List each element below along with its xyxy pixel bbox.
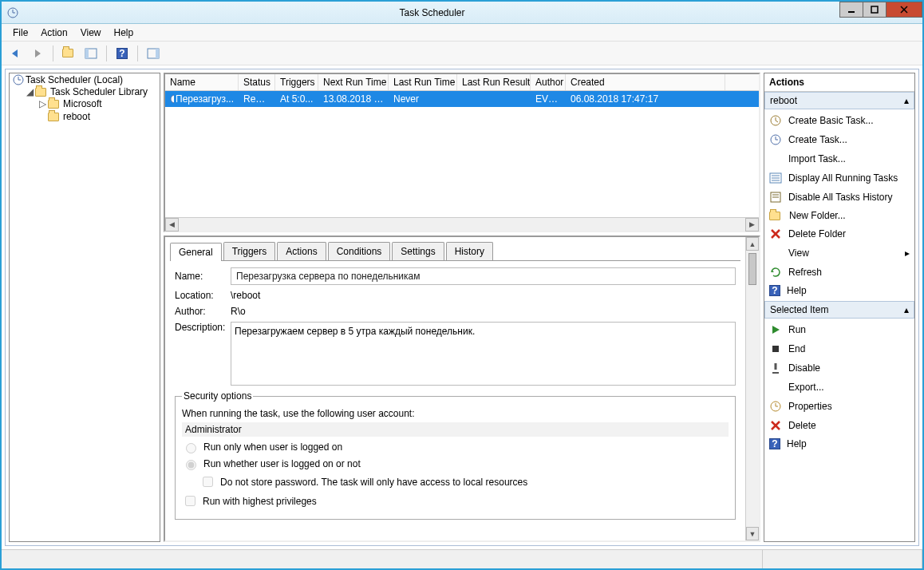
horizontal-scrollbar[interactable]: ◀ ▶ bbox=[165, 217, 759, 231]
tab-conditions[interactable]: Conditions bbox=[328, 242, 391, 260]
col-author[interactable]: Author bbox=[531, 74, 566, 90]
disable-icon bbox=[769, 362, 782, 374]
actions-context-list: Create Basic Task... Create Task... Impo… bbox=[764, 109, 914, 301]
tree-reboot[interactable]: reboot bbox=[38, 111, 160, 122]
action-label: Help bbox=[787, 438, 807, 449]
task-list-body[interactable]: Перезагруз... Ready At 5:0... 13.08.2018… bbox=[165, 91, 759, 217]
vertical-scrollbar[interactable]: ▲ ▼ bbox=[745, 237, 759, 540]
col-status[interactable]: Status bbox=[239, 74, 275, 90]
clock-icon bbox=[170, 94, 174, 104]
menu-view[interactable]: View bbox=[74, 25, 108, 41]
col-triggers[interactable]: Triggers bbox=[275, 74, 318, 90]
tree-library-label: Task Scheduler Library bbox=[50, 86, 148, 97]
action-run[interactable]: Run bbox=[764, 320, 914, 339]
chevron-right-icon: ▸ bbox=[905, 247, 910, 259]
status-bar bbox=[2, 549, 922, 568]
scroll-down-button[interactable]: ▼ bbox=[746, 527, 759, 540]
actions-context-header[interactable]: reboot ▴ bbox=[764, 92, 914, 109]
titlebar: Task Scheduler bbox=[2, 2, 922, 24]
menu-help[interactable]: Help bbox=[108, 25, 140, 41]
action-import-task[interactable]: Import Task... bbox=[764, 149, 914, 168]
refresh-icon bbox=[769, 266, 782, 279]
tab-triggers[interactable]: Triggers bbox=[223, 242, 276, 260]
tree-microsoft[interactable]: ▷ Microsoft bbox=[38, 98, 160, 109]
label-author: Author: bbox=[175, 306, 231, 317]
close-button[interactable] bbox=[886, 2, 922, 18]
toggle-console-button[interactable] bbox=[82, 45, 100, 62]
scroll-thumb[interactable] bbox=[748, 253, 756, 285]
action-create-task[interactable]: Create Task... bbox=[764, 130, 914, 149]
security-account: Administrator bbox=[182, 422, 729, 437]
toolbar-separator bbox=[53, 46, 53, 61]
checkbox-highest-privileges[interactable] bbox=[185, 496, 195, 506]
maximize-button[interactable] bbox=[863, 2, 886, 18]
scroll-right-button[interactable]: ▶ bbox=[745, 218, 759, 232]
action-display-running[interactable]: Display All Running Tasks bbox=[764, 168, 914, 188]
checkbox-do-not-store[interactable] bbox=[203, 477, 213, 487]
tree-reboot-label: reboot bbox=[63, 111, 90, 122]
actions-context-label: reboot bbox=[770, 95, 797, 106]
tree-root[interactable]: Task Scheduler (Local) bbox=[13, 74, 160, 85]
scroll-left-button[interactable]: ◀ bbox=[165, 218, 179, 232]
action-disable-history[interactable]: Disable All Tasks History bbox=[764, 188, 914, 207]
blank-icon bbox=[769, 381, 782, 394]
navigation-tree[interactable]: Task Scheduler (Local) ◢ Task Scheduler … bbox=[9, 73, 160, 542]
actions-selected-list: Run End Disable Export... Properties Del… bbox=[764, 319, 914, 454]
action-label: Create Task... bbox=[788, 134, 847, 145]
folder-icon bbox=[35, 88, 46, 97]
action-refresh[interactable]: Refresh bbox=[764, 263, 914, 282]
folder-icon bbox=[769, 212, 780, 220]
col-name[interactable]: Name bbox=[165, 74, 239, 90]
action-new-folder[interactable]: New Folder... bbox=[764, 207, 914, 224]
task-row[interactable]: Перезагруз... Ready At 5:0... 13.08.2018… bbox=[165, 91, 759, 107]
col-next-run[interactable]: Next Run Time bbox=[318, 74, 389, 90]
action-help-selected[interactable]: ?Help bbox=[764, 435, 914, 453]
radio-run-whether[interactable] bbox=[186, 460, 196, 470]
menu-file[interactable]: File bbox=[6, 25, 34, 41]
expand-icon[interactable]: ▷ bbox=[38, 98, 46, 109]
action-properties[interactable]: Properties bbox=[764, 397, 914, 416]
radio-run-only-logged[interactable] bbox=[186, 443, 196, 453]
help-toolbar-button[interactable]: ? bbox=[113, 45, 131, 62]
action-delete-folder[interactable]: Delete Folder bbox=[764, 224, 914, 243]
action-delete[interactable]: Delete bbox=[764, 416, 914, 435]
label-run-whether: Run whether user is logged on or not bbox=[203, 458, 361, 469]
action-view[interactable]: View▸ bbox=[764, 243, 914, 263]
label-description: Description: bbox=[175, 322, 231, 333]
svg-rect-10 bbox=[156, 49, 159, 58]
main-content: Task Scheduler (Local) ◢ Task Scheduler … bbox=[5, 69, 919, 546]
forward-button[interactable] bbox=[29, 45, 46, 62]
label-location: Location: bbox=[175, 290, 231, 301]
col-last-run[interactable]: Last Run Time bbox=[389, 74, 457, 90]
blank-icon bbox=[769, 152, 782, 165]
field-name[interactable]: Перезагрузка сервера по понедельникам bbox=[231, 267, 736, 285]
action-disable[interactable]: Disable bbox=[764, 358, 914, 378]
action-help[interactable]: ?Help bbox=[764, 282, 914, 299]
actions-selected-header[interactable]: Selected Item ▴ bbox=[764, 301, 914, 319]
menu-action[interactable]: Action bbox=[34, 25, 73, 41]
action-export[interactable]: Export... bbox=[764, 378, 914, 397]
action-label: Disable bbox=[788, 362, 820, 374]
tab-actions[interactable]: Actions bbox=[277, 242, 326, 260]
action-create-basic-task[interactable]: Create Basic Task... bbox=[764, 111, 914, 130]
collapse-icon[interactable]: ◢ bbox=[26, 86, 34, 97]
minimize-button[interactable] bbox=[839, 2, 863, 18]
back-button[interactable] bbox=[6, 45, 24, 62]
action-end[interactable]: End bbox=[764, 339, 914, 358]
clock-icon bbox=[769, 133, 782, 146]
scroll-up-button[interactable]: ▲ bbox=[746, 237, 759, 251]
tab-settings[interactable]: Settings bbox=[392, 242, 444, 260]
up-folder-button[interactable] bbox=[60, 45, 77, 62]
svg-rect-8 bbox=[85, 49, 89, 58]
tree-library[interactable]: ◢ Task Scheduler Library bbox=[26, 86, 160, 97]
tree-root-label: Task Scheduler (Local) bbox=[26, 74, 123, 85]
col-created[interactable]: Created bbox=[566, 74, 725, 90]
cell-triggers: At 5:0... bbox=[275, 91, 318, 107]
show-actions-button[interactable] bbox=[144, 45, 162, 62]
field-description[interactable]: Перезагружаем сервер в 5 утра каждый пон… bbox=[231, 322, 736, 386]
tab-general[interactable]: General bbox=[170, 243, 222, 261]
tab-history[interactable]: History bbox=[446, 242, 493, 260]
cell-created: 06.08.2018 17:47:17 bbox=[566, 91, 725, 107]
col-result[interactable]: Last Run Result bbox=[457, 74, 531, 90]
action-label: Import Task... bbox=[788, 153, 846, 164]
